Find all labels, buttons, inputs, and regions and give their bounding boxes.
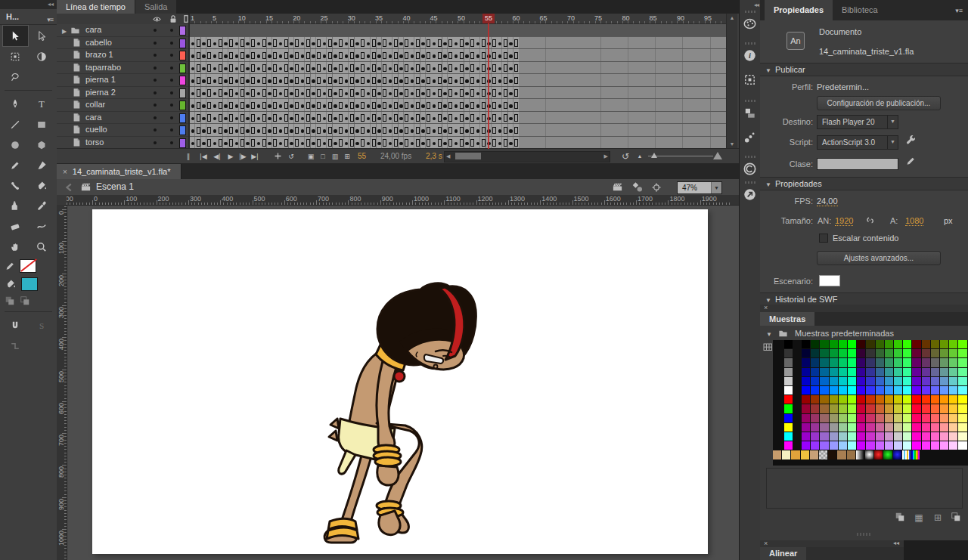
swatch-gradient[interactable] — [893, 450, 901, 459]
swatch-solid[interactable] — [773, 450, 781, 459]
frame-span[interactable] — [365, 124, 377, 136]
frame-span[interactable] — [223, 49, 234, 61]
layer-lock-dot[interactable] — [170, 29, 173, 32]
swatch[interactable] — [949, 386, 957, 394]
frame-span[interactable] — [333, 37, 344, 49]
layer-frames-row[interactable] — [190, 87, 726, 100]
swatch[interactable] — [912, 386, 920, 394]
swatch[interactable] — [784, 368, 793, 376]
layer-row[interactable]: pierna 2 — [57, 87, 188, 100]
swatch[interactable] — [857, 358, 865, 367]
frame-span[interactable] — [387, 74, 399, 86]
layer-name[interactable]: pierna 2 — [85, 87, 116, 98]
swatch[interactable] — [866, 414, 874, 422]
frame-span[interactable] — [409, 99, 420, 111]
eraser-tool[interactable] — [3, 216, 28, 237]
frame-span[interactable] — [267, 137, 278, 149]
frame-span[interactable] — [278, 74, 289, 86]
frame-span[interactable] — [431, 124, 442, 136]
frame-span[interactable] — [409, 62, 420, 74]
swatch[interactable] — [903, 423, 911, 432]
swatch-gradient[interactable] — [902, 450, 911, 459]
frame-span[interactable] — [387, 62, 399, 74]
zoom-tool[interactable] — [29, 237, 54, 257]
layer-outline-color[interactable] — [179, 113, 186, 123]
swatch[interactable] — [885, 432, 893, 441]
frame-span[interactable] — [475, 62, 486, 74]
frame-span[interactable] — [365, 37, 377, 49]
frame-span[interactable] — [311, 49, 322, 61]
frame-span[interactable] — [201, 74, 213, 86]
frame-span[interactable] — [289, 124, 300, 136]
frame-span[interactable] — [267, 99, 278, 111]
swatch[interactable] — [802, 386, 810, 394]
grid-view-icon[interactable]: ⊞ — [932, 512, 944, 524]
swatch[interactable] — [857, 377, 865, 385]
frame-span[interactable] — [365, 99, 377, 111]
swatch[interactable] — [940, 358, 948, 367]
frame-span[interactable] — [387, 137, 399, 149]
frame-span[interactable] — [442, 62, 454, 74]
swatch[interactable] — [802, 358, 810, 367]
frame-span[interactable] — [355, 74, 366, 86]
swatch[interactable] — [894, 414, 902, 422]
swatch[interactable] — [830, 358, 838, 367]
frame-span[interactable] — [223, 74, 234, 86]
tab-propiedades[interactable]: Propiedades — [765, 0, 833, 20]
frame-span[interactable] — [256, 87, 267, 99]
frame-span[interactable] — [256, 137, 267, 149]
layer-lock-dot[interactable] — [170, 54, 173, 57]
frame-span[interactable] — [333, 99, 344, 111]
swatch[interactable] — [922, 358, 930, 367]
swatch[interactable] — [958, 423, 966, 432]
frame-span[interactable] — [190, 62, 201, 74]
frame-span[interactable] — [442, 137, 454, 149]
hand-tool[interactable] — [3, 237, 28, 257]
swatch[interactable] — [922, 349, 930, 357]
frame-span[interactable] — [365, 137, 377, 149]
frame-span[interactable] — [289, 87, 300, 99]
swatch[interactable] — [903, 340, 911, 348]
swatch[interactable] — [903, 404, 911, 413]
swatch[interactable] — [894, 358, 902, 367]
layer-frames-row[interactable] — [190, 112, 726, 125]
frame-span[interactable] — [190, 49, 201, 61]
frame-span[interactable] — [256, 62, 267, 74]
swatch[interactable] — [958, 386, 966, 394]
swatch[interactable] — [848, 404, 856, 413]
frame-span[interactable] — [355, 137, 366, 149]
playhead-line[interactable] — [488, 23, 489, 149]
tab-muestras[interactable]: Muestras — [760, 312, 814, 326]
layer-outline-color[interactable] — [179, 76, 186, 85]
fill-color-swatch[interactable] — [21, 277, 38, 291]
frame-span[interactable] — [508, 137, 520, 149]
swatch[interactable] — [949, 441, 957, 450]
tab-linea-de-tiempo[interactable]: Línea de tiempo — [57, 0, 135, 14]
an-value[interactable]: 1920 — [835, 216, 853, 226]
dropdown-arrow-icon[interactable]: ▼ — [887, 136, 898, 149]
scroll-right-icon[interactable]: ▶ — [604, 153, 608, 160]
text-tool[interactable]: T — [29, 94, 54, 114]
swap-colors-icon[interactable] — [5, 295, 15, 306]
swatch[interactable] — [949, 377, 957, 385]
frame-span[interactable] — [234, 99, 245, 111]
swatch[interactable] — [894, 368, 902, 376]
ajustes-avanzados-button[interactable]: Ajustes avanzados... — [817, 251, 941, 265]
swatch[interactable] — [784, 404, 793, 413]
frame-span[interactable] — [355, 99, 366, 111]
layer-outline-color[interactable] — [179, 39, 186, 48]
swatch-gradient[interactable] — [874, 450, 883, 459]
swatch[interactable] — [885, 340, 893, 348]
frame-span[interactable] — [256, 49, 267, 61]
frame-span[interactable] — [387, 87, 399, 99]
stage-character[interactable] — [302, 280, 499, 554]
frame-span[interactable] — [377, 74, 388, 86]
frame-span[interactable] — [278, 37, 289, 49]
swatch[interactable] — [820, 441, 828, 450]
swatch[interactable] — [885, 358, 893, 367]
frame-span[interactable] — [256, 74, 267, 86]
layer-name[interactable]: torso — [85, 137, 104, 148]
swatch[interactable] — [784, 441, 793, 450]
layer-visible-dot[interactable] — [154, 141, 157, 144]
swatch[interactable] — [830, 423, 838, 432]
